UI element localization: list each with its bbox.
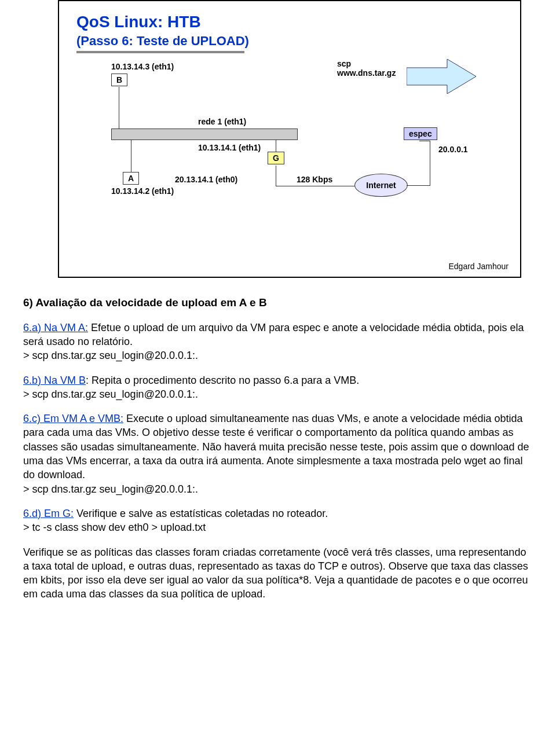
para-6b: 6.b) Na VM B: Repita o procedimento desc…	[23, 373, 533, 402]
lead-6d: 6.d) Em G:	[23, 508, 74, 519]
slide-title: QoS Linux: HTB	[76, 13, 503, 31]
para-6d: 6.d) Em G: Verifique e salve as estatíst…	[23, 507, 533, 535]
a-ip-label: 10.13.14.2 (eth1)	[111, 186, 174, 196]
author-label: Edgard Jamhour	[448, 262, 509, 271]
para-verify: Verifique se as políticas das classes fo…	[23, 545, 533, 601]
section-6-heading: 6) Avaliação da velocidade de upload em …	[23, 295, 533, 310]
node-g: G	[268, 152, 284, 164]
rede-bar	[111, 129, 298, 140]
svg-marker-0	[407, 59, 476, 94]
g-eth0-label: 20.13.14.1 (eth0)	[175, 175, 237, 184]
slide-subtitle: (Passo 6: Teste de UPLOAD)	[76, 34, 503, 49]
line-internet-right	[407, 185, 430, 186]
para-6a: 6.a) Na VM A: Efetue o upload de um arqu…	[23, 321, 533, 363]
cmd-6c: > scp dns.tar.gz seu_login@20.0.0.1:.	[23, 483, 198, 495]
lead-6b: 6.b) Na VM B	[23, 375, 86, 386]
title-rule	[76, 51, 244, 53]
b-ip-label: 10.13.14.3 (eth1)	[111, 62, 174, 71]
para-6c: 6.c) Em VM A e VMB: Execute o upload sim…	[23, 412, 533, 496]
line-g-down	[276, 166, 276, 186]
line-up-to-espec	[430, 141, 430, 186]
network-diagram: 10.13.14.3 (eth1) B scp www.dns.tar.gz r…	[76, 59, 503, 244]
internet-oval: Internet	[354, 174, 408, 197]
cmd-6d: > tc -s class show dev eth0 > upload.txt	[23, 522, 206, 533]
arrow-icon	[407, 59, 476, 94]
g-eth1-label: 10.13.14.1 (eth1)	[198, 143, 261, 152]
line-b-to-rede	[119, 87, 119, 129]
text-6a: Efetue o upload de um arquivo da VM para…	[23, 322, 524, 347]
espec-ip: 20.0.0.1	[438, 145, 468, 154]
body-text: 6) Avaliação da velocidade de upload em …	[23, 295, 533, 601]
lead-6a: 6.a) Na VM A:	[23, 322, 88, 333]
lead-6c: 6.c) Em VM A e VMB:	[23, 413, 123, 424]
node-b: B	[111, 74, 127, 86]
line-rede-to-a	[131, 140, 131, 172]
text-6b: : Repita o procedimento descrito no pass…	[86, 375, 359, 386]
cmd-6b: > scp dns.tar.gz seu_login@20.0.0.1:.	[23, 388, 198, 400]
text-6d: Verifique e salve as estatísticas coleta…	[74, 508, 328, 519]
slide-frame: QoS Linux: HTB (Passo 6: Teste de UPLOAD…	[58, 0, 521, 278]
line-g-to-internet	[276, 186, 357, 186]
bandwidth-label: 128 Kbps	[297, 175, 332, 184]
cmd-6a: > scp dns.tar.gz seu_login@20.0.0.1:.	[23, 350, 198, 361]
rede-label: rede 1 (eth1)	[198, 117, 246, 126]
node-a: A	[123, 172, 139, 185]
node-espec: espec	[404, 127, 437, 140]
scp-line2: www.dns.tar.gz	[337, 68, 396, 78]
line-rede-to-g	[276, 140, 276, 152]
line-to-espec-left	[419, 141, 430, 141]
scp-line1: scp	[337, 59, 351, 68]
